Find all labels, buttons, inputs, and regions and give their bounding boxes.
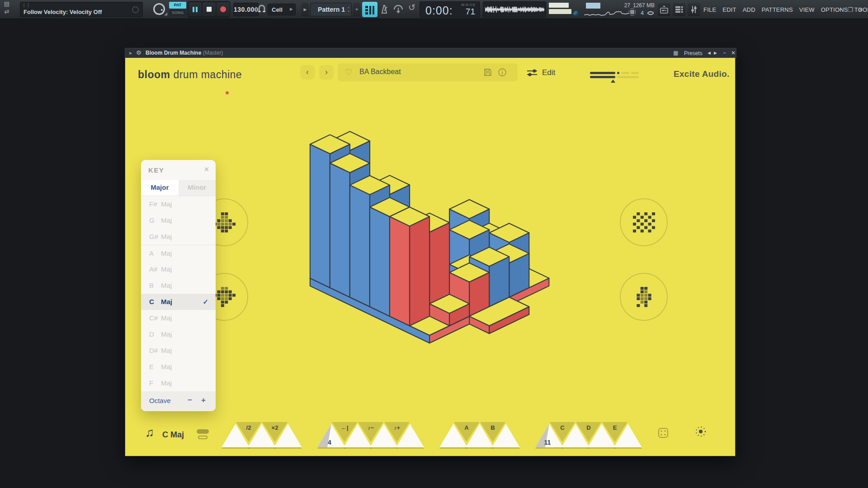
pattern-add-button[interactable]: +: [353, 3, 360, 16]
detach-arrow-icon[interactable]: ▶: [129, 51, 132, 55]
output-level-meter[interactable]: [590, 72, 639, 80]
plugin-titlebar[interactable]: ▶ ⚙ Bloom Drum Machine (Master) ▦ Preset…: [125, 48, 736, 58]
mixer-window-button[interactable]: [688, 3, 700, 16]
step-down-label: /2: [246, 424, 251, 431]
plugin-subtitle: (Master): [203, 50, 223, 56]
key-option-d#[interactable]: D#Maj: [141, 343, 216, 359]
song-mode[interactable]: SONG: [169, 9, 186, 16]
pattern-playlist-toggle[interactable]: [362, 2, 377, 17]
minimize-button[interactable]: −: [836, 6, 844, 13]
save-icon[interactable]: [483, 68, 492, 77]
key-option-f#[interactable]: F#Maj: [141, 196, 216, 212]
toolbar-file-icons[interactable]: ▤⇄: [0, 0, 14, 16]
pattern-picker-button[interactable]: ▶: [302, 3, 309, 16]
edit-button[interactable]: Edit: [527, 67, 555, 79]
layout-swap-icon[interactable]: [197, 429, 209, 440]
key-option-e[interactable]: EMaj: [141, 359, 216, 375]
key-option-a#[interactable]: A#Maj: [141, 261, 216, 277]
dice-icon[interactable]: [658, 427, 669, 438]
wait-input-icon[interactable]: [393, 4, 404, 15]
plugin-gear-icon[interactable]: ⚙: [136, 49, 142, 56]
octave-minus-button[interactable]: −: [188, 396, 192, 405]
pat-mode[interactable]: PAT: [169, 2, 186, 9]
time-pie-icon: [573, 11, 579, 16]
brightness-icon[interactable]: [694, 425, 708, 438]
key-option-c#[interactable]: C#Maj: [141, 310, 216, 326]
preset-pill[interactable]: ♡ BA Backbeat: [338, 63, 518, 81]
info-icon[interactable]: [498, 68, 507, 77]
loop-record-icon[interactable]: ↺: [406, 2, 417, 15]
favorite-heart-icon[interactable]: ♡: [345, 67, 352, 77]
brand-title: bloom drum machine: [138, 69, 242, 81]
cpu-graph: [584, 9, 629, 17]
main-volume-knob[interactable]: ◢: [153, 3, 165, 15]
transport-panel: [187, 1, 231, 18]
preset-next-button[interactable]: ▶: [714, 51, 717, 55]
variation-pad-bottom-right[interactable]: [619, 272, 668, 321]
key-popup-title: KEY: [148, 166, 164, 174]
snap-selector[interactable]: Cell ▶: [268, 4, 296, 15]
time-display[interactable]: M:S:CS 0:00: 71: [420, 1, 480, 18]
key-option-g#[interactable]: G#Maj: [141, 229, 216, 245]
key-option-f[interactable]: FMaj: [141, 375, 216, 391]
pattern-selector[interactable]: Pattern 1 ▲▼: [310, 3, 352, 16]
current-key-button[interactable]: C Maj: [162, 430, 184, 440]
preset-prev-button[interactable]: ◀: [708, 51, 711, 55]
channel-rack-button[interactable]: [673, 3, 685, 16]
preset-prev-arrow[interactable]: ‹: [300, 65, 315, 80]
meter-marker[interactable]: [611, 80, 615, 83]
memory-value: 1267 MB: [633, 2, 655, 9]
cpu-value: 27: [617, 2, 630, 9]
step-down-label: D: [586, 424, 590, 431]
chip-icon: [630, 10, 634, 14]
tab-minor[interactable]: Minor: [179, 180, 216, 196]
record-button[interactable]: [217, 2, 230, 17]
menu-file[interactable]: FILE: [703, 6, 716, 13]
hint-bracket: [ ]: [24, 3, 30, 7]
menu-patterns[interactable]: PATTERNS: [762, 6, 793, 13]
voice-count: 4: [641, 10, 644, 16]
plugin-window: ▶ ⚙ Bloom Drum Machine (Master) ▦ Preset…: [125, 48, 736, 456]
pat-song-toggle[interactable]: PAT SONG: [169, 2, 186, 17]
key-option-c[interactable]: CMaj✓: [141, 294, 216, 310]
plugin-title: Bloom Drum Machine (Master): [146, 50, 223, 56]
step-count-label: 4: [328, 439, 331, 446]
tab-major[interactable]: Major: [141, 180, 179, 196]
pattern-visualization[interactable]: [308, 131, 552, 347]
octave-plus-button[interactable]: +: [201, 396, 206, 405]
playlist-window-button[interactable]: [658, 3, 670, 16]
plugin-minimize-button[interactable]: −: [723, 50, 726, 56]
close-button[interactable]: ✕: [857, 6, 864, 13]
key-option-g[interactable]: GMaj: [141, 212, 216, 229]
menu-edit[interactable]: EDIT: [722, 6, 736, 13]
snap-arrow-icon: ▶: [290, 7, 293, 11]
step-down-label: A: [464, 424, 469, 431]
key-list: F#MajGMajG#MajAMajA#MajBMajCMaj✓C#MajDMa…: [141, 196, 216, 391]
key-option-a[interactable]: AMaj: [141, 245, 216, 261]
preset-next-arrow[interactable]: ›: [319, 65, 334, 80]
metronome-icon[interactable]: [379, 4, 390, 15]
checkmark-icon: ✓: [203, 294, 208, 310]
step-down-label: ♪+: [394, 424, 401, 431]
keyboard-grid-icon[interactable]: ▦: [673, 50, 678, 56]
octave-footer: Octave − +: [141, 391, 216, 411]
stop-button[interactable]: [203, 2, 216, 17]
plugin-close-button[interactable]: ✕: [731, 50, 736, 56]
tempo-stepper[interactable]: ▲▼: [255, 5, 257, 14]
menu-view[interactable]: VIEW: [799, 6, 815, 13]
pattern-stepper[interactable]: ▲▼: [347, 5, 350, 14]
step-down-label: ←|: [341, 424, 349, 431]
pause-button[interactable]: [189, 2, 202, 17]
music-note-icon: ♫: [145, 426, 154, 440]
oscilloscope[interactable]: [483, 1, 546, 18]
variation-pad-top-right[interactable]: [619, 198, 668, 247]
step-down-label: C: [560, 424, 565, 431]
tempo-display[interactable]: 130.000 ▲▼: [233, 3, 259, 16]
key-option-d[interactable]: DMaj: [141, 326, 216, 343]
key-popup-close-icon[interactable]: ✕: [203, 165, 209, 174]
snap-magnet-icon: [258, 5, 266, 14]
brand-logo: Excite Audio.: [674, 69, 730, 79]
restore-button[interactable]: ❐: [847, 6, 854, 13]
key-option-b[interactable]: BMaj: [141, 277, 216, 294]
menu-add[interactable]: ADD: [743, 6, 755, 13]
